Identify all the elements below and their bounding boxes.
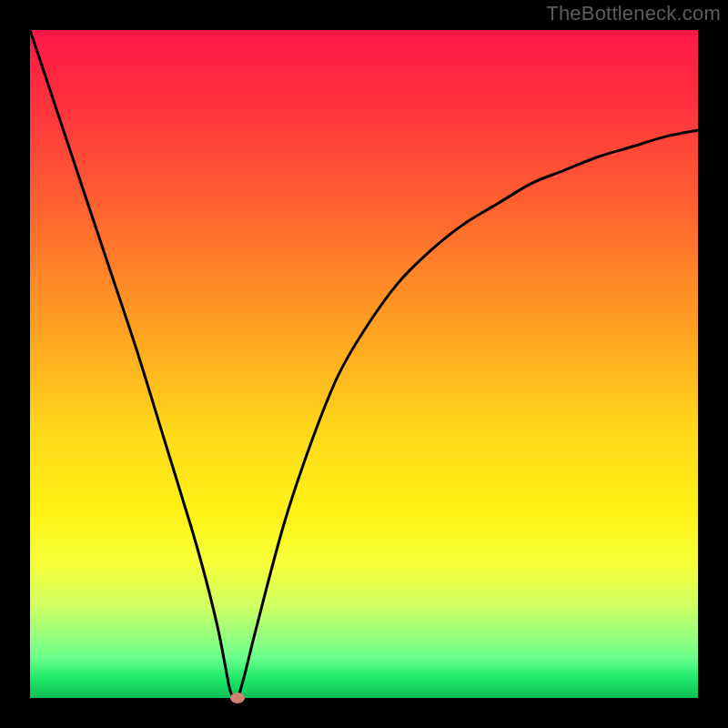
chart-frame: TheBottleneck.com <box>0 0 728 728</box>
bottleneck-curve <box>30 30 698 699</box>
optimum-marker <box>230 693 245 703</box>
plot-area <box>30 30 698 698</box>
watermark-text: TheBottleneck.com <box>546 2 721 25</box>
curve-svg <box>30 30 698 698</box>
